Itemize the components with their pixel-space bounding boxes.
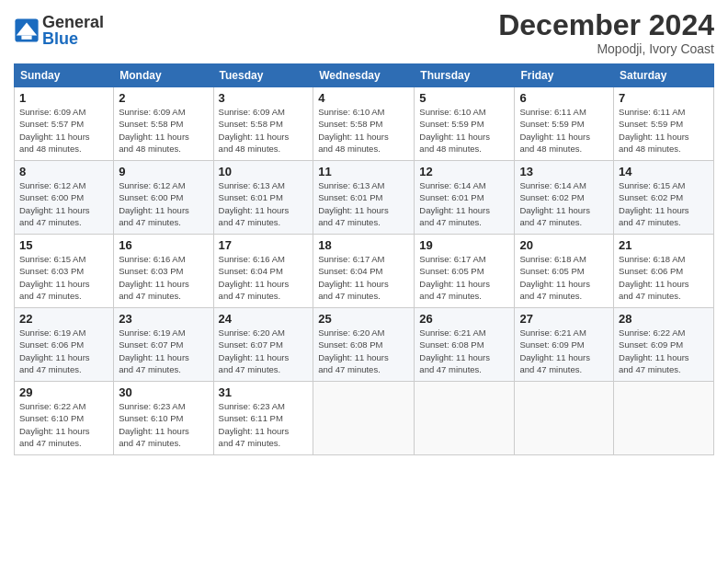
calendar-cell: 17Sunrise: 6:16 AM Sunset: 6:04 PM Dayli… (213, 235, 313, 308)
day-detail: Sunrise: 6:16 AM Sunset: 6:04 PM Dayligh… (219, 253, 309, 302)
day-detail: Sunrise: 6:12 AM Sunset: 6:00 PM Dayligh… (19, 179, 108, 228)
day-number: 2 (119, 91, 208, 105)
week-row-2: 8Sunrise: 6:12 AM Sunset: 6:00 PM Daylig… (15, 161, 714, 235)
day-number: 29 (19, 385, 108, 399)
day-number: 5 (419, 91, 509, 105)
calendar-cell: 10Sunrise: 6:13 AM Sunset: 6:01 PM Dayli… (213, 161, 313, 235)
day-detail: Sunrise: 6:22 AM Sunset: 6:10 PM Dayligh… (19, 400, 108, 449)
day-detail: Sunrise: 6:20 AM Sunset: 6:07 PM Dayligh… (219, 327, 309, 375)
day-number: 21 (619, 238, 709, 252)
col-header-monday: Monday (114, 64, 213, 87)
week-row-5: 29Sunrise: 6:22 AM Sunset: 6:10 PM Dayli… (15, 382, 714, 455)
day-number: 18 (318, 238, 409, 252)
week-row-1: 1Sunrise: 6:09 AM Sunset: 5:57 PM Daylig… (15, 87, 714, 161)
day-detail: Sunrise: 6:15 AM Sunset: 6:03 PM Dayligh… (19, 253, 108, 302)
day-number: 12 (419, 165, 509, 178)
day-number: 13 (519, 165, 609, 178)
day-number: 19 (419, 238, 509, 252)
week-row-3: 15Sunrise: 6:15 AM Sunset: 6:03 PM Dayli… (15, 235, 714, 308)
calendar-cell: 24Sunrise: 6:20 AM Sunset: 6:07 PM Dayli… (213, 308, 313, 382)
header: GeneralBlue December 2024 Mopodji, Ivory… (14, 9, 714, 56)
day-detail: Sunrise: 6:18 AM Sunset: 6:05 PM Dayligh… (519, 253, 609, 302)
calendar-cell: 14Sunrise: 6:15 AM Sunset: 6:02 PM Dayli… (614, 161, 714, 235)
calendar-cell: 4Sunrise: 6:10 AM Sunset: 5:58 PM Daylig… (313, 87, 415, 161)
col-header-tuesday: Tuesday (213, 64, 313, 87)
day-detail: Sunrise: 6:23 AM Sunset: 6:10 PM Dayligh… (119, 400, 208, 449)
calendar-subtitle: Mopodji, Ivory Coast (498, 41, 714, 56)
day-number: 28 (619, 312, 709, 326)
calendar-cell: 21Sunrise: 6:18 AM Sunset: 6:06 PM Dayli… (614, 235, 714, 308)
calendar-cell: 15Sunrise: 6:15 AM Sunset: 6:03 PM Dayli… (15, 235, 114, 308)
day-number: 1 (19, 91, 108, 105)
day-number: 27 (519, 312, 609, 326)
day-number: 16 (119, 238, 208, 252)
week-row-4: 22Sunrise: 6:19 AM Sunset: 6:06 PM Dayli… (15, 308, 714, 382)
day-detail: Sunrise: 6:09 AM Sunset: 5:58 PM Dayligh… (219, 106, 309, 155)
logo-icon (14, 17, 40, 43)
day-detail: Sunrise: 6:15 AM Sunset: 6:02 PM Dayligh… (619, 179, 709, 228)
day-number: 7 (619, 91, 709, 105)
day-detail: Sunrise: 6:21 AM Sunset: 6:09 PM Dayligh… (519, 327, 609, 375)
day-number: 24 (219, 312, 309, 326)
day-detail: Sunrise: 6:19 AM Sunset: 6:06 PM Dayligh… (19, 327, 108, 375)
day-detail: Sunrise: 6:09 AM Sunset: 5:58 PM Dayligh… (119, 106, 208, 155)
calendar-cell: 9Sunrise: 6:12 AM Sunset: 6:00 PM Daylig… (114, 161, 213, 235)
calendar-cell: 20Sunrise: 6:18 AM Sunset: 6:05 PM Dayli… (515, 235, 614, 308)
col-header-sunday: Sunday (15, 64, 114, 87)
calendar-cell: 8Sunrise: 6:12 AM Sunset: 6:00 PM Daylig… (15, 161, 114, 235)
svg-rect-2 (21, 36, 31, 40)
day-detail: Sunrise: 6:21 AM Sunset: 6:08 PM Dayligh… (419, 327, 509, 375)
day-number: 26 (419, 312, 509, 326)
calendar-cell: 5Sunrise: 6:10 AM Sunset: 5:59 PM Daylig… (415, 87, 515, 161)
day-detail: Sunrise: 6:14 AM Sunset: 6:01 PM Dayligh… (419, 179, 509, 228)
day-number: 20 (519, 238, 609, 252)
calendar-cell: 3Sunrise: 6:09 AM Sunset: 5:58 PM Daylig… (213, 87, 313, 161)
col-header-wednesday: Wednesday (313, 64, 415, 87)
calendar-cell: 6Sunrise: 6:11 AM Sunset: 5:59 PM Daylig… (515, 87, 614, 161)
day-detail: Sunrise: 6:22 AM Sunset: 6:09 PM Dayligh… (619, 327, 709, 375)
calendar-cell: 18Sunrise: 6:17 AM Sunset: 6:04 PM Dayli… (313, 235, 415, 308)
calendar-cell (515, 382, 614, 455)
page: GeneralBlue December 2024 Mopodji, Ivory… (0, 0, 728, 563)
day-detail: Sunrise: 6:20 AM Sunset: 6:08 PM Dayligh… (318, 327, 409, 375)
day-detail: Sunrise: 6:17 AM Sunset: 6:05 PM Dayligh… (419, 253, 509, 302)
calendar-cell: 25Sunrise: 6:20 AM Sunset: 6:08 PM Dayli… (313, 308, 415, 382)
day-number: 15 (19, 238, 108, 252)
day-detail: Sunrise: 6:13 AM Sunset: 6:01 PM Dayligh… (219, 179, 309, 228)
day-detail: Sunrise: 6:17 AM Sunset: 6:04 PM Dayligh… (318, 253, 409, 302)
day-detail: Sunrise: 6:11 AM Sunset: 5:59 PM Dayligh… (619, 106, 709, 155)
day-detail: Sunrise: 6:14 AM Sunset: 6:02 PM Dayligh… (519, 179, 609, 228)
calendar-cell: 11Sunrise: 6:13 AM Sunset: 6:01 PM Dayli… (313, 161, 415, 235)
calendar-cell: 31Sunrise: 6:23 AM Sunset: 6:11 PM Dayli… (213, 382, 313, 455)
day-number: 10 (219, 165, 309, 178)
day-number: 14 (619, 165, 709, 178)
day-detail: Sunrise: 6:13 AM Sunset: 6:01 PM Dayligh… (318, 179, 409, 228)
day-number: 3 (219, 91, 309, 105)
col-header-saturday: Saturday (614, 64, 714, 87)
calendar-cell: 29Sunrise: 6:22 AM Sunset: 6:10 PM Dayli… (15, 382, 114, 455)
calendar-table: SundayMondayTuesdayWednesdayThursdayFrid… (14, 63, 714, 455)
calendar-cell: 13Sunrise: 6:14 AM Sunset: 6:02 PM Dayli… (515, 161, 614, 235)
calendar-cell: 16Sunrise: 6:16 AM Sunset: 6:03 PM Dayli… (114, 235, 213, 308)
day-detail: Sunrise: 6:12 AM Sunset: 6:00 PM Dayligh… (119, 179, 208, 228)
calendar-cell (614, 382, 714, 455)
calendar-cell: 26Sunrise: 6:21 AM Sunset: 6:08 PM Dayli… (415, 308, 515, 382)
day-detail: Sunrise: 6:23 AM Sunset: 6:11 PM Dayligh… (219, 400, 309, 449)
day-number: 17 (219, 238, 309, 252)
logo-text: GeneralBlue (42, 14, 104, 47)
calendar-cell: 2Sunrise: 6:09 AM Sunset: 5:58 PM Daylig… (114, 87, 213, 161)
calendar-cell: 22Sunrise: 6:19 AM Sunset: 6:06 PM Dayli… (15, 308, 114, 382)
calendar-cell: 23Sunrise: 6:19 AM Sunset: 6:07 PM Dayli… (114, 308, 213, 382)
calendar-cell: 28Sunrise: 6:22 AM Sunset: 6:09 PM Dayli… (614, 308, 714, 382)
col-header-friday: Friday (515, 64, 614, 87)
calendar-cell: 27Sunrise: 6:21 AM Sunset: 6:09 PM Dayli… (515, 308, 614, 382)
calendar-cell: 12Sunrise: 6:14 AM Sunset: 6:01 PM Dayli… (415, 161, 515, 235)
day-number: 8 (19, 165, 108, 178)
calendar-cell: 7Sunrise: 6:11 AM Sunset: 5:59 PM Daylig… (614, 87, 714, 161)
col-header-thursday: Thursday (415, 64, 515, 87)
day-number: 9 (119, 165, 208, 178)
day-number: 22 (19, 312, 108, 326)
day-number: 31 (219, 385, 309, 399)
logo: GeneralBlue (14, 14, 104, 47)
day-detail: Sunrise: 6:10 AM Sunset: 5:58 PM Dayligh… (318, 106, 409, 155)
